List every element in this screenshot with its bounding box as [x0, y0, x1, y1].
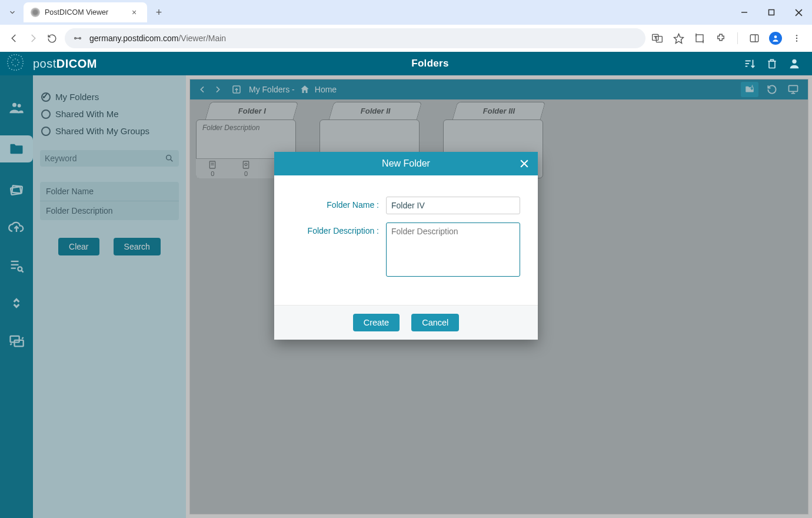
modal-body: Folder Name : Folder Description :: [274, 175, 538, 305]
folder-name-input[interactable]: [386, 197, 520, 214]
crop-icon[interactable]: [691, 30, 708, 47]
logo-text: postDICOM: [33, 57, 97, 71]
svg-point-26: [10, 57, 11, 58]
new-folder-modal: New Folder Folder Name : Folder Descript…: [274, 152, 538, 340]
address-bar[interactable]: germany.postdicom.com/Viewer/Main: [65, 28, 645, 48]
svg-point-33: [22, 65, 23, 67]
reload-button[interactable]: [42, 29, 61, 48]
browser-chrome: PostDICOM Viewer × + germany.postdicom.c…: [0, 0, 812, 52]
svg-point-19: [9, 56, 10, 57]
separator: [737, 32, 738, 44]
tabs-row: PostDICOM Viewer × +: [0, 0, 812, 25]
app-header: postDICOM Folders: [0, 52, 812, 75]
star-icon[interactable]: [670, 30, 687, 47]
svg-point-41: [15, 58, 16, 59]
folder-name-label: Folder Name :: [292, 197, 386, 210]
svg-point-30: [7, 63, 8, 64]
modal-header: New Folder: [274, 152, 538, 175]
svg-point-22: [16, 54, 17, 55]
svg-rect-8: [656, 36, 662, 42]
user-icon[interactable]: [787, 57, 801, 71]
tab-title: PostDICOM Viewer: [45, 8, 132, 16]
profile-avatar[interactable]: [767, 30, 784, 47]
svg-point-15: [774, 35, 777, 38]
svg-rect-1: [769, 10, 774, 15]
svg-rect-10: [696, 35, 703, 42]
folder-description-row: Folder Description :: [292, 223, 520, 279]
create-button[interactable]: Create: [353, 314, 400, 331]
sidepanel-icon[interactable]: [746, 30, 763, 47]
svg-rect-13: [750, 35, 758, 42]
translate-icon[interactable]: [649, 30, 665, 47]
app-body: My Folders Shared With Me Shared With My…: [0, 75, 812, 518]
svg-point-24: [21, 56, 22, 57]
svg-point-20: [11, 55, 12, 56]
minimize-icon[interactable]: [731, 0, 758, 25]
svg-point-28: [7, 61, 8, 62]
modal-backdrop: New Folder Folder Name : Folder Descript…: [0, 75, 812, 518]
extensions-icon[interactable]: [713, 30, 729, 47]
close-tab-icon[interactable]: ×: [132, 8, 140, 17]
svg-point-39: [16, 69, 17, 71]
svg-point-31: [22, 63, 24, 64]
svg-point-23: [18, 55, 19, 56]
forward-button[interactable]: [24, 29, 42, 48]
svg-point-46: [17, 64, 18, 65]
modal-footer: Create Cancel: [274, 305, 538, 340]
svg-point-38: [14, 69, 15, 71]
svg-point-34: [9, 68, 10, 69]
svg-point-25: [8, 58, 9, 59]
svg-marker-9: [674, 34, 683, 43]
svg-point-42: [17, 59, 18, 61]
url-text: germany.postdicom.com/Viewer/Main: [89, 34, 226, 43]
tab-favicon: [31, 8, 40, 17]
logo-mark: [4, 52, 33, 75]
page-title: Folders: [118, 58, 743, 69]
modal-title: New Folder: [382, 158, 430, 169]
svg-point-29: [22, 61, 24, 62]
svg-point-37: [18, 69, 19, 70]
svg-point-17: [796, 38, 797, 39]
sort-icon[interactable]: [743, 57, 757, 71]
back-button[interactable]: [5, 29, 24, 48]
toolbar-right: [649, 30, 807, 47]
svg-point-36: [11, 69, 12, 70]
logo: postDICOM: [0, 52, 118, 75]
window-controls: [731, 0, 812, 25]
app-root: postDICOM Folders My Folders: [0, 52, 812, 518]
svg-point-27: [22, 58, 23, 59]
trash-icon[interactable]: [765, 57, 779, 71]
svg-point-35: [21, 68, 22, 69]
cancel-button[interactable]: Cancel: [411, 314, 459, 331]
svg-point-43: [11, 62, 12, 63]
address-row: germany.postdicom.com/Viewer/Main: [0, 25, 812, 52]
svg-point-21: [14, 54, 15, 55]
folder-description-label: Folder Description :: [292, 223, 386, 235]
svg-point-32: [8, 65, 9, 67]
header-actions: [743, 57, 812, 71]
new-tab-button[interactable]: +: [151, 4, 167, 21]
svg-point-40: [12, 59, 14, 61]
svg-point-4: [75, 38, 76, 39]
maximize-icon[interactable]: [758, 0, 785, 25]
close-icon[interactable]: [517, 156, 532, 171]
svg-point-45: [12, 64, 14, 65]
svg-point-16: [796, 35, 797, 36]
site-info-icon[interactable]: [72, 32, 84, 44]
kebab-menu-icon[interactable]: [788, 30, 805, 47]
active-tab[interactable]: PostDICOM Viewer ×: [24, 2, 147, 22]
svg-point-44: [18, 62, 19, 63]
svg-point-18: [796, 40, 797, 41]
tab-list-caret[interactable]: [4, 4, 21, 21]
svg-point-51: [792, 59, 796, 64]
folder-description-input[interactable]: [386, 223, 520, 277]
window-close-icon[interactable]: [785, 0, 812, 25]
svg-point-47: [15, 65, 16, 67]
svg-point-5: [79, 38, 81, 39]
folder-name-row: Folder Name :: [292, 197, 520, 214]
